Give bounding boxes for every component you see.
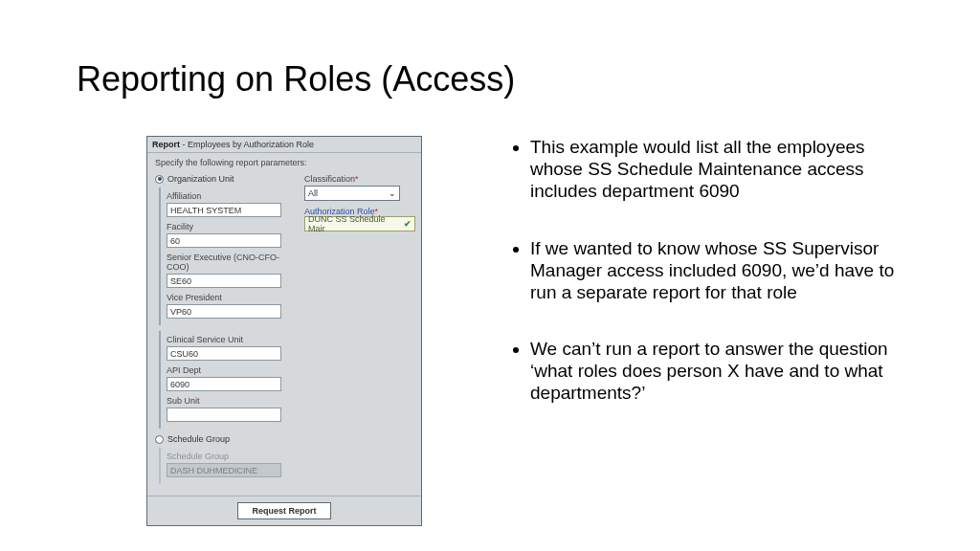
radio-label: Organization Unit (167, 174, 234, 184)
classification-value: All (308, 188, 318, 198)
radio-label: Schedule Group (167, 434, 230, 444)
api-dept-label: API Dept (167, 365, 299, 375)
senior-exec-label: Senior Executive (CNO-CFO-COO) (167, 253, 299, 272)
csu-label: Clinical Service Unit (167, 335, 299, 344)
classification-label: Classification* (304, 174, 415, 184)
bullet-item: This example would list all the employee… (530, 136, 905, 203)
sub-unit-label: Sub Unit (167, 396, 299, 406)
chevron-down-icon: ⌄ (389, 188, 396, 198)
affiliation-input[interactable]: HEALTH SYSTEM (167, 203, 281, 217)
radio-organization-unit[interactable]: Organization Unit (155, 174, 299, 184)
facility-input[interactable]: 60 (167, 233, 281, 248)
slide-title: Reporting on Roles (Access) (77, 59, 515, 99)
schedule-group-label: Schedule Group (167, 452, 299, 461)
panel-header-rest: - Employees by Authorization Role (180, 140, 314, 149)
facility-label: Facility (167, 222, 299, 231)
senior-exec-input[interactable]: SE60 (167, 274, 281, 288)
checkmark-icon: ✔ (404, 219, 412, 229)
schedule-group-group: Schedule Group DASH DUHMEDICINE (159, 448, 299, 484)
affiliation-label: Affiliation (167, 191, 299, 201)
panel-header-bold: Report (152, 140, 180, 149)
vice-president-label: Vice President (167, 293, 299, 302)
report-panel: Report - Employees by Authorization Role… (146, 136, 422, 526)
classification-select[interactable]: All ⌄ (304, 186, 400, 201)
request-report-button[interactable]: Request Report (237, 502, 330, 519)
panel-header: Report - Employees by Authorization Role (147, 137, 421, 153)
api-dept-input[interactable]: 6090 (167, 377, 281, 391)
radio-icon (155, 175, 164, 184)
bullet-item: If we wanted to know whose SS Supervisor… (530, 237, 905, 304)
authorization-role-value: DUNC SS Schedule Mair (308, 214, 404, 233)
authorization-role-input[interactable]: DUNC SS Schedule Mair ✔ (304, 216, 415, 231)
radio-icon (155, 435, 164, 444)
bullet-item: We can’t run a report to answer the ques… (530, 338, 905, 405)
schedule-group-input: DASH DUHMEDICINE (167, 463, 281, 477)
org-unit-group-2: Clinical Service Unit CSU60 API Dept 609… (159, 331, 299, 429)
vice-president-input[interactable]: VP60 (167, 304, 281, 319)
radio-schedule-group[interactable]: Schedule Group (155, 434, 299, 444)
bullet-list: This example would list all the employee… (513, 136, 905, 439)
org-unit-group-1: Affiliation HEALTH SYSTEM Facility 60 Se… (159, 187, 299, 325)
csu-input[interactable]: CSU60 (167, 346, 281, 361)
sub-unit-input[interactable] (167, 408, 281, 422)
panel-subtitle: Specify the following report parameters: (147, 153, 421, 169)
